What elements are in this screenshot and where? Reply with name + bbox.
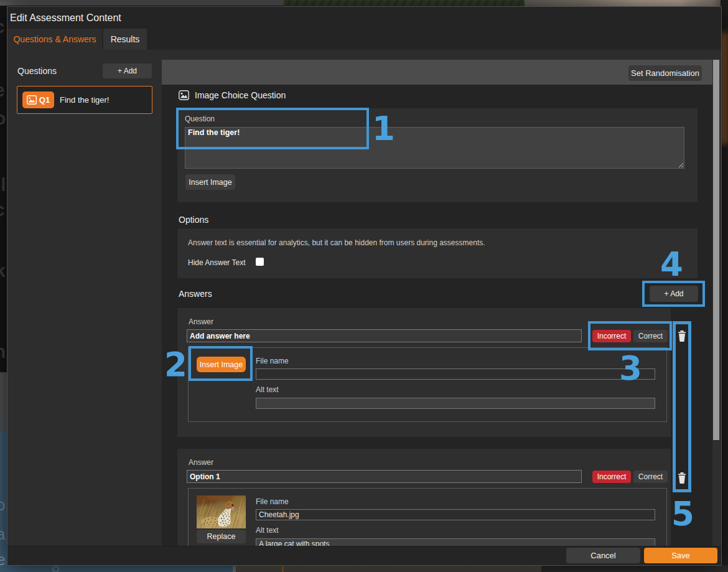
- file-name-label: File name: [256, 497, 289, 506]
- bg-text-fragment: c: [0, 17, 5, 36]
- bg-left-gray: [0, 372, 7, 431]
- replace-image-button[interactable]: Replace: [197, 530, 246, 543]
- set-randomisation-button[interactable]: Set Randomisation: [628, 65, 702, 81]
- modal-header: Edit Assessment Content Questions & Answ…: [7, 7, 721, 50]
- question-badge: Q1: [22, 91, 54, 108]
- alt-text-input[interactable]: [256, 398, 655, 409]
- file-name-label: File name: [256, 357, 289, 365]
- answer-input[interactable]: [187, 329, 582, 342]
- scrollbar-track[interactable]: [712, 60, 720, 546]
- modal-footer: Cancel Save: [7, 546, 721, 565]
- question-badge-label: Q1: [39, 95, 50, 105]
- bg-text-fragment: il: [0, 176, 6, 194]
- tab-results[interactable]: Results: [103, 29, 147, 50]
- alt-text-label: Alt text: [256, 385, 279, 394]
- hide-answer-text-label: Hide Answer Text: [188, 258, 246, 267]
- callout-number-5: 5: [671, 497, 694, 530]
- hide-answer-text-checkbox[interactable]: [256, 258, 264, 266]
- question-type-title: Image Choice Question: [195, 90, 286, 100]
- file-name-input[interactable]: [256, 368, 655, 380]
- bg-photo-green: [284, 0, 525, 6]
- questions-sidebar: Questions + Add Q1 Find the tiger!: [7, 50, 162, 546]
- callout-box-5: [673, 321, 691, 492]
- callout-number-1: 1: [372, 112, 395, 145]
- image-icon: [179, 90, 189, 100]
- callout-box-4: [642, 281, 705, 307]
- image-icon: [27, 95, 37, 105]
- callout-box-2: [189, 346, 253, 381]
- callout-number-2: 2: [164, 348, 187, 381]
- bg-text-fragment: e: [0, 81, 5, 100]
- options-heading: Options: [179, 215, 208, 225]
- bg-text-fragment: e: [0, 551, 5, 568]
- answers-heading: Answers: [179, 289, 212, 299]
- callout-box-1: [176, 108, 369, 149]
- question-type-header: Image Choice Question: [179, 89, 286, 101]
- answer-image-panel: Insert Image File name Alt text: [188, 347, 667, 422]
- bg-text-fragment: a: [0, 526, 5, 542]
- alt-text-label: Alt text: [256, 526, 279, 535]
- callout-number-4: 4: [660, 248, 683, 281]
- bg-bottom-glyph: [52, 566, 59, 572]
- alt-text-input[interactable]: [256, 538, 655, 546]
- bg-bottom-dark: [541, 565, 728, 572]
- answer-section: Answer Incorrect Correct: [177, 449, 671, 546]
- answer-image-panel: Replace File name Alt text: [188, 488, 667, 546]
- insert-image-button[interactable]: Insert Image: [185, 174, 235, 190]
- modal-title: Edit Assessment Content: [10, 12, 121, 24]
- bg-bottom-blue: [0, 565, 233, 572]
- cancel-button[interactable]: Cancel: [566, 548, 640, 563]
- bg-text-fragment: c: [0, 200, 5, 219]
- question-list-item[interactable]: Q1 Find the tiger!: [17, 86, 152, 114]
- bg-text-fragment: n: [0, 342, 6, 361]
- tab-bar: Questions & Answers Results: [7, 29, 147, 50]
- tab-questions-answers[interactable]: Questions & Answers: [7, 29, 102, 50]
- answer-label: Answer: [189, 458, 213, 467]
- bg-photo-beige: [525, 0, 728, 6]
- file-name-input[interactable]: [256, 509, 655, 520]
- options-info-text: Answer text is essential for analytics, …: [188, 238, 485, 247]
- answer-input[interactable]: [187, 470, 582, 483]
- edit-assessment-modal: Edit Assessment Content Questions & Answ…: [7, 7, 721, 565]
- callout-box-3: [588, 321, 672, 350]
- callout-number-3: 3: [619, 352, 642, 385]
- questions-heading: Questions: [17, 66, 57, 76]
- editor-content: Image Choice Question Question Insert Im…: [162, 85, 712, 546]
- correct-button[interactable]: Correct: [633, 471, 668, 483]
- answer-image-thumbnail: [197, 495, 246, 528]
- bg-text-fragment: o: [0, 109, 6, 128]
- bg-bottom-line: [282, 565, 284, 572]
- resize-grip-icon[interactable]: [678, 162, 684, 168]
- bg-browser-bar: [0, 0, 284, 6]
- editor-toolbar: Set Randomisation: [162, 60, 712, 85]
- question-item-label: Find the tiger!: [60, 95, 110, 105]
- answer-label: Answer: [189, 317, 213, 326]
- bg-text-fragment: k: [0, 261, 6, 280]
- add-question-button[interactable]: + Add: [103, 63, 152, 78]
- save-button[interactable]: Save: [644, 548, 717, 563]
- scrollbar-thumb[interactable]: [713, 60, 719, 440]
- incorrect-button[interactable]: Incorrect: [592, 471, 631, 483]
- bg-text-fragment: o: [0, 497, 5, 513]
- options-section: Answer text is essential for analytics, …: [177, 228, 698, 278]
